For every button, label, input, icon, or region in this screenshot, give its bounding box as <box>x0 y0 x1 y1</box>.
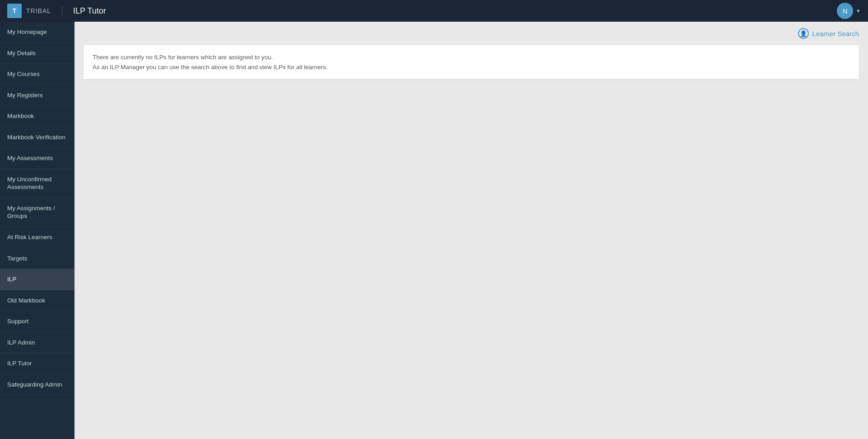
sidebar-item-my-homepage[interactable]: My Homepage <box>0 22 75 43</box>
main-layout: My HomepageMy DetailsMy CoursesMy Regist… <box>0 22 868 439</box>
learner-search-button[interactable]: 👤 Learner Search <box>798 28 859 39</box>
sidebar: My HomepageMy DetailsMy CoursesMy Regist… <box>0 22 75 439</box>
sidebar-item-markbook[interactable]: Markbook <box>0 106 75 127</box>
info-line-1: There are currently no ILPs for learners… <box>93 52 850 62</box>
sidebar-item-my-unconfirmed-assessments[interactable]: My Unconfirmed Assessments <box>0 169 75 198</box>
main-content: 👤 Learner Search There are currently no … <box>75 22 868 439</box>
user-avatar[interactable]: N <box>837 3 853 19</box>
logo-area: T TRIBAL ILP Tutor <box>7 4 106 18</box>
app-header: T TRIBAL ILP Tutor N ▼ <box>0 0 868 22</box>
sidebar-item-ilp-tutor[interactable]: ILP Tutor <box>0 353 75 374</box>
sidebar-item-my-assignments-groups[interactable]: My Assignments / Groups <box>0 198 75 227</box>
sidebar-item-my-registers[interactable]: My Registers <box>0 85 75 106</box>
sidebar-item-my-courses[interactable]: My Courses <box>0 64 75 85</box>
learner-search-label: Learner Search <box>812 30 859 38</box>
sidebar-item-markbook-verification[interactable]: Markbook Verification <box>0 127 75 148</box>
app-title: ILP Tutor <box>73 6 106 16</box>
info-box: There are currently no ILPs for learners… <box>84 45 859 79</box>
info-line-2: As an ILP Manager you can use the search… <box>93 62 850 72</box>
brand-name: TRIBAL <box>26 7 51 14</box>
sidebar-item-at-risk-learners[interactable]: At Risk Learners <box>0 227 75 248</box>
main-toolbar: 👤 Learner Search <box>75 22 868 45</box>
sidebar-item-support[interactable]: Support <box>0 311 75 332</box>
sidebar-item-ilp[interactable]: ILP <box>0 269 75 290</box>
user-menu-arrow[interactable]: ▼ <box>856 8 861 14</box>
sidebar-item-ilp-admin[interactable]: ILP Admin <box>0 332 75 354</box>
sidebar-item-my-assessments[interactable]: My Assessments <box>0 148 75 169</box>
sidebar-item-old-markbook[interactable]: Old Markbook <box>0 290 75 312</box>
person-icon: 👤 <box>798 28 809 39</box>
sidebar-item-safeguarding-admin[interactable]: Safeguarding Admin <box>0 374 75 396</box>
sidebar-item-targets[interactable]: Targets <box>0 248 75 269</box>
sidebar-item-my-details[interactable]: My Details <box>0 43 75 64</box>
header-divider <box>62 6 62 15</box>
tribal-logo: T <box>7 4 22 18</box>
